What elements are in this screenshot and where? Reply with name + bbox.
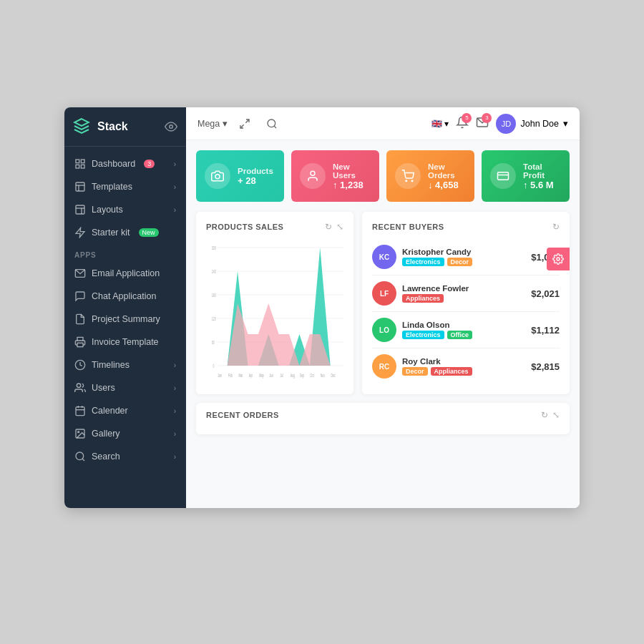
topbar: Mega ▾ 🇬🇧 ▾ xyxy=(186,107,580,140)
notifications-button[interactable]: 5 xyxy=(456,116,469,132)
buyer-avatar: RC xyxy=(372,354,396,379)
buyer-info: Roy Clark Decor Appliances xyxy=(402,357,525,376)
sidebar-nav: Dashboard 3 › Templates › xyxy=(64,147,186,508)
buyer-tag: Appliances xyxy=(431,367,472,376)
svg-rect-14 xyxy=(77,343,83,346)
svg-text:Mar: Mar xyxy=(238,371,243,378)
sidebar-item-invoice[interactable]: Invoice Template xyxy=(64,331,186,353)
svg-text:120: 120 xyxy=(212,315,216,321)
buyer-avatar: KC xyxy=(372,245,396,269)
svg-point-33 xyxy=(411,180,413,182)
products-card-value: + 28 xyxy=(238,175,273,186)
sidebar-label-users: Users xyxy=(92,383,115,393)
user-chevron-icon: ▾ xyxy=(563,118,568,129)
chat-icon xyxy=(74,291,86,302)
sidebar: Stack Dashboard 3 › xyxy=(64,107,186,508)
sidebar-item-templates[interactable]: Templates › xyxy=(64,175,186,198)
right-col: RECENT BUYERS ↻ KC Kristopher Candy xyxy=(362,212,570,394)
settings-fab-button[interactable] xyxy=(547,248,570,270)
two-col-layout: PRODUCTS SALES ↻ ⤡ 300 240 180 120 xyxy=(196,212,570,394)
chart-area: 300 240 180 120 60 0 xyxy=(206,239,343,382)
recent-orders-section: RECENT ORDERS ↻ ⤡ xyxy=(196,403,570,434)
buyer-tags: Electronics Decor xyxy=(402,258,525,266)
buyer-name: Lawrence Fowler xyxy=(402,284,525,293)
email-icon xyxy=(74,268,86,279)
svg-point-31 xyxy=(311,171,315,175)
chart-refresh-button[interactable]: ↻ xyxy=(325,222,332,232)
svg-point-27 xyxy=(268,119,275,127)
orders-refresh-button[interactable]: ↻ xyxy=(541,410,548,420)
sidebar-item-dashboard[interactable]: Dashboard 3 › xyxy=(64,152,186,175)
invoice-icon xyxy=(74,336,86,348)
chart-expand-button[interactable]: ⤡ xyxy=(336,222,343,232)
user-menu-button[interactable]: JD John Doe ▾ xyxy=(496,114,568,134)
gallery-arrow: › xyxy=(174,430,176,438)
svg-text:Jan: Jan xyxy=(218,371,223,378)
svg-rect-34 xyxy=(498,172,509,180)
new-users-stat-icon xyxy=(300,163,326,189)
eye-icon[interactable] xyxy=(165,120,177,133)
buyer-tag: Electronics xyxy=(402,258,444,266)
sidebar-item-gallery[interactable]: Gallery › xyxy=(64,422,186,445)
sidebar-item-search[interactable]: Search › xyxy=(64,445,186,468)
buyers-refresh-button[interactable]: ↻ xyxy=(552,222,560,232)
buyer-avatar: LO xyxy=(372,318,396,342)
sidebar-label-project: Project Summary xyxy=(92,314,160,324)
recent-buyers-title: RECENT BUYERS xyxy=(372,223,444,231)
timelines-arrow: › xyxy=(174,361,176,369)
main-content: Products + 28 New Users ↑ 1,238 xyxy=(186,140,580,508)
sidebar-item-layouts[interactable]: Layouts › xyxy=(64,198,186,221)
layouts-arrow: › xyxy=(174,206,176,214)
sidebar-label-email: Email Application xyxy=(92,268,160,278)
orders-expand-button[interactable]: ⤡ xyxy=(552,410,560,420)
recent-buyers-panel: RECENT BUYERS ↻ KC Kristopher Candy xyxy=(362,212,570,394)
sidebar-item-users[interactable]: Users › xyxy=(64,376,186,399)
svg-rect-2 xyxy=(76,160,79,163)
svg-point-22 xyxy=(78,431,79,433)
sidebar-label-dashboard: Dashboard xyxy=(92,159,135,169)
svg-text:Apr: Apr xyxy=(249,371,253,378)
products-sales-header: PRODUCTS SALES ↻ ⤡ xyxy=(206,222,343,232)
buyer-tag: Office xyxy=(447,331,473,339)
svg-text:0: 0 xyxy=(213,362,215,369)
sidebar-item-timelines[interactable]: Timelines › xyxy=(64,353,186,376)
svg-text:Oct: Oct xyxy=(310,371,314,378)
svg-point-62 xyxy=(557,258,560,260)
sidebar-label-invoice: Invoice Template xyxy=(92,337,159,347)
sidebar-brand: Stack xyxy=(64,107,186,147)
products-stat-icon xyxy=(205,163,230,189)
sidebar-item-starter-kit[interactable]: Starter kit New xyxy=(64,221,186,244)
recent-orders-panel: RECENT ORDERS ↻ ⤡ xyxy=(196,403,570,434)
sidebar-item-email[interactable]: Email Application xyxy=(64,262,186,285)
svg-point-30 xyxy=(215,175,220,179)
buyer-tags: Decor Appliances xyxy=(402,367,525,376)
sidebar-item-chat[interactable]: Chat Application xyxy=(64,285,186,308)
timelines-icon xyxy=(74,359,86,371)
svg-line-28 xyxy=(274,126,276,128)
sidebar-item-project[interactable]: Project Summary xyxy=(64,308,186,331)
search-button[interactable] xyxy=(262,114,282,134)
buyer-avatar: LF xyxy=(372,281,396,306)
fullscreen-button[interactable] xyxy=(235,114,255,134)
svg-text:300: 300 xyxy=(212,244,216,250)
svg-text:Dec: Dec xyxy=(331,371,336,378)
mail-button[interactable]: 3 xyxy=(476,116,489,132)
stat-card-products: Products + 28 xyxy=(196,150,284,202)
svg-text:60: 60 xyxy=(212,338,215,345)
svg-point-32 xyxy=(406,180,407,182)
svg-line-24 xyxy=(82,459,84,461)
search-icon xyxy=(74,451,86,462)
flag-icon: 🇬🇧 xyxy=(431,119,442,129)
svg-text:May: May xyxy=(259,371,264,378)
buyer-tag: Appliances xyxy=(402,294,444,303)
new-users-card-value: ↑ 1,238 xyxy=(333,180,371,190)
flag-chevron-icon: ▾ xyxy=(444,119,449,129)
mega-menu-button[interactable]: Mega ▾ xyxy=(197,118,228,129)
language-button[interactable]: 🇬🇧 ▾ xyxy=(431,119,449,129)
svg-line-25 xyxy=(246,119,250,123)
sidebar-item-calender[interactable]: Calender › xyxy=(64,399,186,422)
dashboard-arrow: › xyxy=(174,160,176,168)
sidebar-label-templates: Templates xyxy=(92,182,132,192)
sidebar-label-timelines: Timelines xyxy=(92,360,130,370)
calender-arrow: › xyxy=(174,407,176,415)
